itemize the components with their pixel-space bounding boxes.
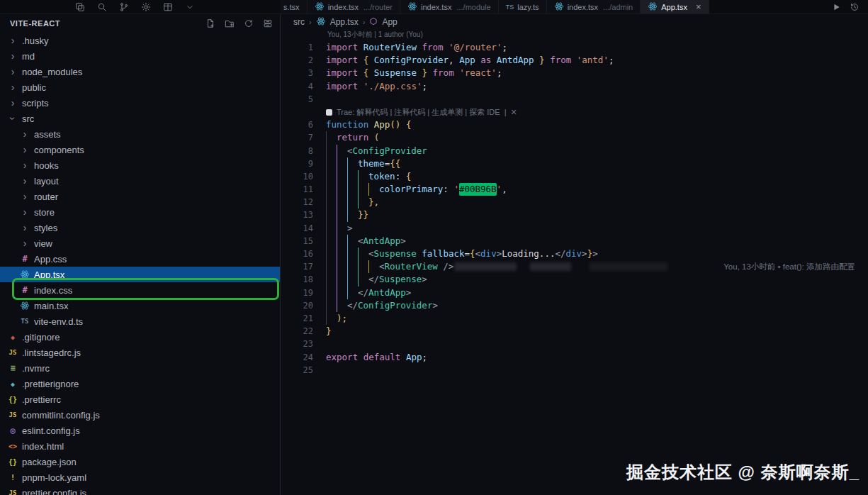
prettier-icon: ◆ <box>7 380 18 388</box>
tree-item-hooks[interactable]: ›hooks <box>0 157 280 173</box>
tree-item-main-tsx[interactable]: main.tsx <box>0 298 280 313</box>
tab-close-icon[interactable]: × <box>696 2 701 11</box>
tree-item-app-css[interactable]: #App.css <box>0 251 280 267</box>
js-icon: JS <box>7 411 18 418</box>
indent-guide <box>337 222 347 235</box>
trae-widget-label[interactable]: Trae: 解释代码 | 注释代码 | 生成单测 | 探索 IDE <box>337 107 500 118</box>
tree-item-layout[interactable]: ›layout <box>0 173 280 189</box>
json-icon: {} <box>7 458 18 466</box>
tab-label: App.tsx <box>661 3 687 11</box>
code-token: ConfigProvider <box>374 54 449 67</box>
code-token: } <box>534 54 545 67</box>
indent-guide <box>337 170 347 183</box>
tree-item-eslint-config-js[interactable]: ◎eslint.config.js <box>0 423 280 438</box>
editor-tab-s-tsx[interactable]: s.tsx <box>281 0 308 13</box>
code-token: export default <box>326 351 406 364</box>
run-icon[interactable] <box>831 2 841 12</box>
editor-tab-index-tsx[interactable]: index.tsx.../router <box>308 0 400 13</box>
code-token: #00B96B <box>459 183 497 196</box>
tree-item-app-tsx[interactable]: App.tsx <box>0 267 280 282</box>
tree-item--prettierignore[interactable]: ◆.prettierignore <box>0 376 280 391</box>
react-icon <box>407 1 417 13</box>
tree-item-router[interactable]: ›router <box>0 189 280 204</box>
code-area[interactable]: 1import RouterView from '@/router';2impo… <box>281 40 868 377</box>
tree-item-scripts[interactable]: ›scripts <box>0 95 280 111</box>
refresh-icon[interactable] <box>244 18 254 28</box>
indent-guide <box>358 170 368 183</box>
search-icon[interactable] <box>97 2 107 12</box>
tree-item-view[interactable]: ›view <box>0 235 280 251</box>
indent-guide <box>358 273 368 286</box>
layout-icon[interactable] <box>75 2 85 12</box>
file-name: .gitignore <box>22 332 60 343</box>
tree-item-prettier-config-js[interactable]: JSprettier.config.js <box>0 485 280 495</box>
editor-tab-app-tsx[interactable]: App.tsx× <box>641 0 709 13</box>
tree-item-public[interactable]: ›public <box>0 79 280 95</box>
chevron-down-icon[interactable] <box>185 2 195 12</box>
breadcrumb-item[interactable]: src <box>293 17 305 27</box>
tree-item-index-html[interactable]: <>index.html <box>0 438 280 454</box>
tree-item-node-modules[interactable]: ›node_modules <box>0 64 280 79</box>
new-file-icon[interactable] <box>205 18 215 28</box>
gear-icon[interactable] <box>141 2 151 12</box>
breadcrumb-item[interactable]: App.tsx <box>330 17 359 27</box>
code-line: 21); <box>281 312 868 325</box>
redacted-text <box>530 262 571 271</box>
breadcrumb-item[interactable]: App <box>382 17 397 27</box>
tree-item-index-css[interactable]: #index.css <box>0 282 280 298</box>
line-content: colorPrimary: '#00B96B', <box>326 183 507 196</box>
indent-guide <box>358 196 368 208</box>
file-name: commitlint.config.js <box>22 410 100 421</box>
tree-item-commitlint-config-js[interactable]: JScommitlint.config.js <box>0 407 280 423</box>
tree-item--prettierrc[interactable]: {}.prettierrc <box>0 391 280 407</box>
tree-item--husky[interactable]: ›.husky <box>0 33 280 48</box>
line-number: 20 <box>281 299 313 312</box>
tree-item-vite-env-d-ts[interactable]: TSvite-env.d.ts <box>0 313 280 329</box>
new-folder-icon[interactable] <box>225 18 235 28</box>
code-token: ConfigProvider <box>358 299 432 312</box>
code-line: 11colorPrimary: '#00B96B', <box>281 183 868 196</box>
code-line: 19</AntdApp> <box>281 287 868 299</box>
tree-item--nvmrc[interactable]: ≡.nvmrc <box>0 360 280 376</box>
redacted-text <box>454 262 517 271</box>
code-line: 1import RouterView from '@/router'; <box>281 41 868 54</box>
code-token: theme <box>358 157 385 170</box>
trae-widget-close-icon[interactable]: ✕ <box>510 108 517 117</box>
tree-item-assets[interactable]: ›assets <box>0 126 280 142</box>
tree-item--gitignore[interactable]: ◆.gitignore <box>0 329 280 345</box>
line-content: import { ConfigProvider, App as AntdApp … <box>326 54 614 67</box>
tab-path: .../admin <box>603 3 633 11</box>
line-content: <Suspense fallback={<div>Loading...</div… <box>326 248 598 260</box>
line-content: import { Suspense } from 'react'; <box>326 67 502 79</box>
tree-item-package-json[interactable]: {}package.json <box>0 454 280 469</box>
line-content: </ConfigProvider> <box>326 299 438 312</box>
tree-item-components[interactable]: ›components <box>0 142 280 157</box>
grid-icon[interactable] <box>163 2 173 12</box>
code-token: function <box>326 118 374 131</box>
eslint-icon: ◎ <box>7 426 18 435</box>
editor-tab-lazy-ts[interactable]: TSlazy.ts <box>499 0 547 13</box>
editor-tab-index-tsx[interactable]: index.tsx.../module <box>400 0 499 13</box>
code-line: 16<Suspense fallback={<div>Loading...</d… <box>281 248 868 260</box>
file-name: components <box>34 145 84 155</box>
editor-tab-index-tsx[interactable]: index.tsx.../admin <box>547 0 641 13</box>
code-line: 14> <box>281 222 868 235</box>
history-icon[interactable] <box>850 2 859 12</box>
tree-item-md[interactable]: ›md <box>0 48 280 64</box>
tree-item-pnpm-lock-yaml[interactable]: !pnpm-lock.yaml <box>0 469 280 485</box>
branch-icon[interactable] <box>119 2 129 12</box>
code-token: return <box>337 131 374 144</box>
code-token: }, <box>368 196 379 208</box>
file-name: md <box>22 51 35 62</box>
indent-guide <box>326 312 337 325</box>
code-token: { <box>363 54 374 67</box>
file-name: view <box>34 238 52 249</box>
tree-item-src[interactable]: ›src <box>0 111 280 126</box>
line-content: </AntdApp> <box>326 287 411 299</box>
code-line: 17<RouterView />You, 13小时前 • feat(): 添加路… <box>281 260 868 273</box>
collapse-all-icon[interactable] <box>263 18 273 28</box>
code-line: 2import { ConfigProvider, App as AntdApp… <box>281 54 868 67</box>
tree-item-store[interactable]: ›store <box>0 204 280 220</box>
tree-item--lintstagedrc-js[interactable]: JS.lintstagedrc.js <box>0 345 280 360</box>
tree-item-styles[interactable]: ›styles <box>0 220 280 235</box>
